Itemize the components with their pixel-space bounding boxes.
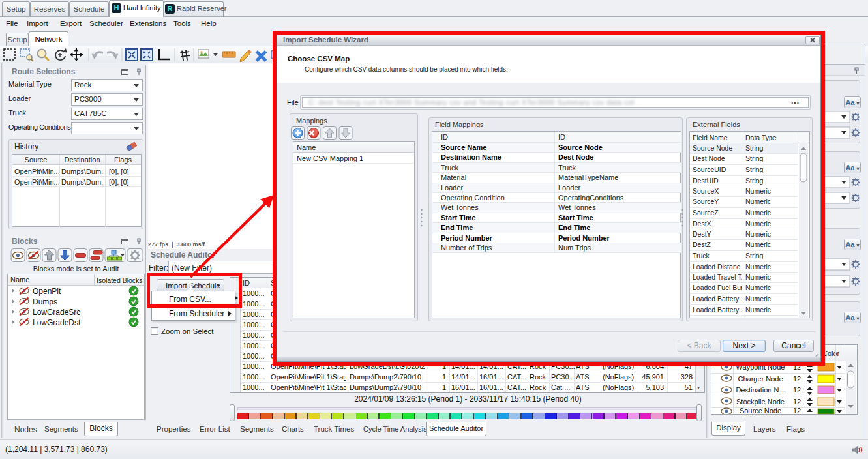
- svg-text:16/01...: 16/01...: [451, 383, 475, 391]
- svg-text:DestX: DestX: [693, 220, 711, 228]
- svg-text:12: 12: [793, 363, 801, 371]
- svg-text:Dest Node: Dest Node: [693, 155, 725, 162]
- svg-text:Source Name: Source Name: [441, 143, 486, 151]
- svg-text:Source Node: Source Node: [558, 143, 603, 151]
- svg-text:1000...: 1000...: [243, 300, 265, 308]
- svg-text:12: 12: [793, 375, 801, 383]
- svg-text:1000...: 1000...: [243, 331, 265, 339]
- svg-text:Destination N...: Destination N...: [736, 386, 785, 394]
- svg-text:6,604: 6,604: [646, 363, 664, 370]
- svg-text:Numeric: Numeric: [745, 284, 771, 291]
- svg-text:Charger Node: Charger Node: [738, 375, 783, 383]
- svg-text:ATS: ATS: [576, 373, 590, 381]
- svg-text:Num Trips: Num Trips: [558, 244, 591, 252]
- svg-text:SourceZ: SourceZ: [693, 209, 719, 216]
- svg-text:(NoFlags): (NoFlags): [603, 373, 634, 381]
- svg-text:1: 1: [442, 383, 446, 391]
- svg-text:Destination Name: Destination Name: [441, 153, 501, 161]
- svg-text:Loaded Distanc...: Loaded Distanc...: [693, 263, 746, 271]
- svg-text:Operating Condition: Operating Condition: [441, 194, 505, 201]
- svg-text:CAT...: CAT...: [507, 363, 526, 370]
- svg-text:1000...: 1000...: [243, 321, 265, 329]
- svg-text:String: String: [745, 252, 764, 259]
- svg-text:1: 1: [442, 373, 446, 381]
- svg-text:Dumps\Dump2\790\10: Dumps\Dump2\790\10: [350, 373, 421, 381]
- svg-text:End Time: End Time: [558, 224, 590, 231]
- svg-text:DestUID: DestUID: [693, 177, 719, 185]
- svg-text:1000...: 1000...: [243, 352, 265, 360]
- svg-text:12: 12: [793, 407, 801, 414]
- svg-text:51: 51: [685, 383, 693, 391]
- svg-text:Numeric: Numeric: [745, 209, 771, 216]
- svg-text:ID: ID: [558, 133, 565, 141]
- svg-text:Source Node: Source Node: [693, 144, 732, 152]
- svg-text:OpenPit\Mine\Pit 1\Stag...: OpenPit\Mine\Pit 1\Stag...: [271, 383, 353, 391]
- svg-text:SourceY: SourceY: [693, 198, 719, 205]
- svg-text:1000...: 1000...: [243, 373, 265, 381]
- svg-text:Loaded Battery ...: Loaded Battery ...: [693, 295, 747, 303]
- svg-text:Truck: Truck: [558, 164, 576, 171]
- svg-text:(NoFlags): (NoFlags): [603, 383, 634, 391]
- svg-text:1000...: 1000...: [243, 383, 265, 391]
- svg-text:String: String: [745, 177, 764, 185]
- svg-text:Loader: Loader: [441, 184, 464, 192]
- svg-text:Loader: Loader: [558, 184, 581, 192]
- svg-text:OpenPit: OpenPit: [33, 287, 61, 296]
- svg-text:Numeric: Numeric: [745, 263, 771, 271]
- svg-text:Dumps: Dumps: [33, 297, 57, 306]
- svg-text:Numeric: Numeric: [745, 220, 771, 228]
- svg-text:Numeric: Numeric: [745, 306, 771, 314]
- svg-text:Wet Tonnes: Wet Tonnes: [441, 203, 479, 211]
- svg-text:328: 328: [681, 373, 693, 381]
- svg-text:LowGradeSrc: LowGradeSrc: [33, 308, 80, 317]
- svg-text:String: String: [745, 155, 764, 162]
- svg-text:Rock: Rock: [530, 383, 546, 391]
- svg-text:DestZ: DestZ: [693, 241, 711, 248]
- svg-text:(NoFlags): (NoFlags): [603, 363, 634, 370]
- svg-text:12: 12: [793, 386, 801, 394]
- svg-text:SourceX: SourceX: [693, 187, 719, 195]
- svg-text:ID: ID: [441, 133, 448, 141]
- svg-text:OperatingConditions: OperatingConditions: [558, 194, 624, 201]
- svg-text:Dest Node: Dest Node: [558, 153, 593, 161]
- svg-text:DestY: DestY: [693, 230, 711, 238]
- svg-text:Number of Trips: Number of Trips: [441, 244, 492, 252]
- svg-text:14/01...: 14/01...: [479, 363, 503, 370]
- svg-text:End Time: End Time: [441, 224, 473, 231]
- svg-text:Numeric: Numeric: [745, 273, 771, 281]
- svg-text:ATS: ATS: [576, 383, 590, 391]
- svg-text:CAT...: CAT...: [507, 373, 526, 381]
- svg-text:Period Number: Period Number: [558, 234, 610, 242]
- svg-text:Truck: Truck: [693, 252, 710, 259]
- svg-text:CAT...: CAT...: [507, 383, 526, 391]
- svg-text:1000...: 1000...: [243, 289, 265, 297]
- svg-text:Data Type: Data Type: [745, 134, 777, 141]
- svg-text:47: 47: [685, 363, 693, 370]
- svg-text:PC30...: PC30...: [551, 363, 575, 370]
- svg-text:OpenPit\Mine\Pit 1\Stag...: OpenPit\Mine\Pit 1\Stag...: [271, 373, 353, 381]
- svg-text:1000...: 1000...: [243, 310, 265, 318]
- svg-text:Numeric: Numeric: [745, 198, 771, 205]
- svg-text:ATS: ATS: [576, 363, 590, 370]
- svg-text:SourceUID: SourceUID: [693, 166, 726, 173]
- svg-text:OpenPit\Mine\Pit 1\Stag...: OpenPit\Mine\Pit 1\Stag...: [271, 363, 353, 370]
- svg-text:Loaded Travel T...: Loaded Travel T...: [693, 273, 747, 281]
- svg-text:LowGradeDst\LG\820\2: LowGradeDst\LG\820\2: [350, 363, 425, 370]
- svg-text:14/01...: 14/01...: [451, 363, 475, 370]
- svg-text:1000...: 1000...: [243, 342, 265, 349]
- svg-text:14/01...: 14/01...: [451, 373, 475, 381]
- svg-text:45,901: 45,901: [642, 373, 664, 381]
- svg-text:Numeric: Numeric: [745, 241, 771, 248]
- svg-text:16/01...: 16/01...: [479, 373, 503, 381]
- svg-text:Start Time: Start Time: [558, 214, 593, 222]
- svg-text:Numeric: Numeric: [745, 295, 771, 303]
- svg-text:LowGradeDst: LowGradeDst: [33, 318, 81, 327]
- svg-text:Loaded Fuel Bur...: Loaded Fuel Bur...: [693, 284, 749, 291]
- svg-text:Rock: Rock: [530, 373, 546, 381]
- svg-text:Wet Tonnes: Wet Tonnes: [558, 203, 596, 211]
- svg-text:Material: Material: [441, 173, 466, 181]
- svg-text:Rock: Rock: [530, 363, 546, 370]
- svg-text:Loaded Battery ...: Loaded Battery ...: [693, 306, 747, 314]
- svg-text:12: 12: [793, 398, 801, 406]
- svg-text:1000...: 1000...: [243, 363, 265, 370]
